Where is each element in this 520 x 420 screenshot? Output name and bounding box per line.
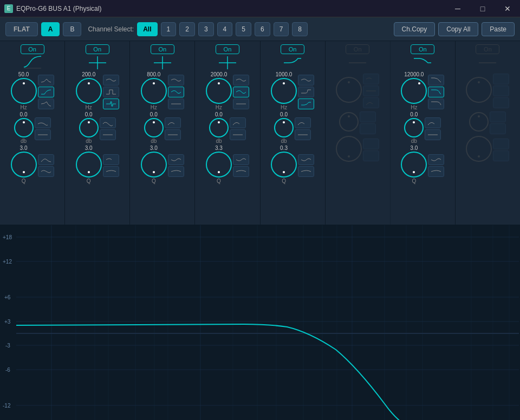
band-2-shape-1[interactable] <box>103 75 119 86</box>
band-1-db-knob[interactable] <box>14 118 34 137</box>
band-4-q-shape-1[interactable] <box>233 154 249 165</box>
band-4-on-button[interactable]: On <box>216 44 239 54</box>
paste-button[interactable]: Paste <box>482 22 515 36</box>
band-2-on-button[interactable]: On <box>86 44 109 54</box>
band-5-db-shape-1[interactable] <box>295 117 311 128</box>
band-3-freq-knob[interactable] <box>141 78 167 104</box>
band-8-db-knob[interactable] <box>469 112 489 132</box>
band-3-shape-3[interactable] <box>168 99 184 109</box>
band-1-db-shape-2[interactable] <box>35 129 51 140</box>
band-4-q-shape-2[interactable] <box>233 166 249 177</box>
band-2-q-knob[interactable] <box>76 152 102 178</box>
band-7-on-button[interactable]: On <box>411 44 434 54</box>
band-7-db-knob[interactable] <box>404 118 424 137</box>
band-6-db-shape-1[interactable] <box>360 111 376 122</box>
band-5-freq-knob[interactable] <box>271 78 297 104</box>
band-3-db-shape-1[interactable] <box>165 117 181 128</box>
copy-all-button[interactable]: Copy All <box>438 22 478 36</box>
band-5-q-shape-1[interactable] <box>298 154 314 165</box>
band-3-q-shape-1[interactable] <box>168 154 184 165</box>
band-4-db-shape-2[interactable] <box>230 129 246 140</box>
band-1-shape-3[interactable] <box>38 99 54 109</box>
band-8-freq-knob[interactable] <box>466 77 492 103</box>
band-5-db-shape-2[interactable] <box>295 129 311 140</box>
channel-1-button[interactable]: 1 <box>161 22 177 36</box>
band-7-db-shape-2[interactable] <box>425 129 441 140</box>
band-1-freq-knob[interactable] <box>11 78 37 104</box>
maximize-button[interactable]: □ <box>470 0 495 17</box>
band-6-db-shape-2[interactable] <box>360 123 376 134</box>
close-button[interactable]: ✕ <box>495 0 520 17</box>
band-2-db-shape-1[interactable] <box>100 117 116 128</box>
band-3-db-knob[interactable] <box>144 118 164 137</box>
band-7-shape-3[interactable] <box>428 99 444 109</box>
band-2-q-shape-2[interactable] <box>103 166 119 177</box>
band-5-shape-2[interactable] <box>298 87 314 97</box>
flat-button[interactable]: FLAT <box>5 22 38 36</box>
band-2-freq-knob[interactable] <box>76 78 102 104</box>
preset-b-button[interactable]: B <box>63 22 81 36</box>
band-3-shape-2[interactable] <box>168 87 184 97</box>
channel-4-button[interactable]: 4 <box>217 22 233 36</box>
band-6-shape-3[interactable] <box>363 97 379 108</box>
band-5-db-knob[interactable] <box>274 118 294 137</box>
band-3-db-shape-2[interactable] <box>165 129 181 140</box>
band-2-shape-3[interactable] <box>103 99 119 109</box>
band-4-shape-2[interactable] <box>233 87 249 97</box>
band-2-q-shape-1[interactable] <box>103 154 119 165</box>
band-6-db-knob[interactable] <box>339 112 359 132</box>
band-5-q-knob[interactable] <box>271 152 297 178</box>
channel-2-button[interactable]: 2 <box>179 22 195 36</box>
band-1-db-shape-1[interactable] <box>35 117 51 128</box>
band-2-shape-2[interactable] <box>103 87 119 97</box>
band-1-q-shape-1[interactable] <box>38 154 54 165</box>
band-8-db-shape-1[interactable] <box>490 111 506 122</box>
channel-7-button[interactable]: 7 <box>274 22 289 36</box>
band-8-shape-2[interactable] <box>493 86 509 96</box>
band-1-shape-1[interactable] <box>38 75 54 86</box>
band-3-q-knob[interactable] <box>141 152 167 178</box>
band-6-shape-2[interactable] <box>363 86 379 96</box>
band-1-q-knob[interactable] <box>11 152 37 178</box>
band-8-q-shape-2[interactable] <box>493 150 509 161</box>
channel-6-button[interactable]: 6 <box>255 22 270 36</box>
band-6-q-knob[interactable] <box>336 136 362 162</box>
band-2-db-shape-2[interactable] <box>100 129 116 140</box>
band-1-q-shape-2[interactable] <box>38 166 54 177</box>
channel-5-button[interactable]: 5 <box>236 22 251 36</box>
band-6-shape-1[interactable] <box>363 74 379 84</box>
band-3-shape-1[interactable] <box>168 75 184 86</box>
band-7-q-shape-1[interactable] <box>428 154 444 165</box>
band-5-q-shape-2[interactable] <box>298 166 314 177</box>
band-8-shape-1[interactable] <box>493 74 509 84</box>
band-7-shape-2[interactable] <box>428 87 444 97</box>
band-4-freq-knob[interactable] <box>206 78 232 104</box>
minimize-button[interactable]: ─ <box>445 0 470 17</box>
band-4-q-knob[interactable] <box>206 152 232 178</box>
band-8-db-shape-2[interactable] <box>490 123 506 134</box>
band-6-freq-knob[interactable] <box>336 77 362 103</box>
band-4-db-shape-1[interactable] <box>230 117 246 128</box>
channel-all-button[interactable]: All <box>137 22 157 36</box>
channel-3-button[interactable]: 3 <box>198 22 214 36</box>
band-7-q-knob[interactable] <box>401 152 427 178</box>
band-6-on-button[interactable]: On <box>346 44 369 54</box>
band-3-on-button[interactable]: On <box>151 44 174 54</box>
band-7-db-shape-1[interactable] <box>425 117 441 128</box>
band-4-db-knob[interactable] <box>209 118 229 137</box>
preset-a-button[interactable]: A <box>41 22 60 36</box>
eq-graph[interactable]: +18 +12 +6 +3 -3 -6 -12 -18 4 5 6 7 8 10… <box>0 225 520 420</box>
channel-8-button[interactable]: 8 <box>292 22 308 36</box>
band-5-on-button[interactable]: On <box>281 44 304 54</box>
band-2-db-knob[interactable] <box>79 118 99 137</box>
ch-copy-button[interactable]: Ch.Copy <box>394 22 435 36</box>
band-7-freq-knob[interactable] <box>401 78 427 104</box>
band-7-shape-1[interactable] <box>428 75 444 86</box>
band-6-q-shape-2[interactable] <box>363 150 379 161</box>
band-6-q-shape-1[interactable] <box>363 139 379 149</box>
band-4-shape-3[interactable] <box>233 99 249 109</box>
band-1-shape-2[interactable] <box>38 87 54 97</box>
band-4-shape-1[interactable] <box>233 75 249 86</box>
band-7-q-shape-2[interactable] <box>428 166 444 177</box>
band-8-shape-3[interactable] <box>493 97 509 108</box>
